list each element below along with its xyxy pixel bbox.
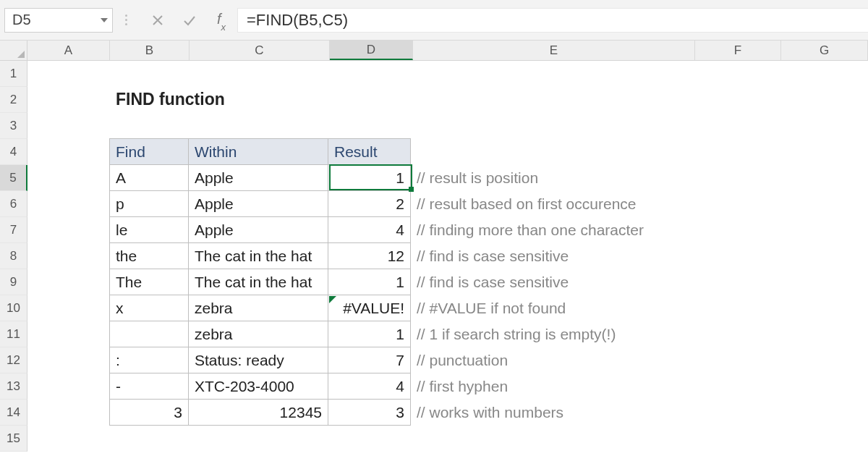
cell-result[interactable]: 12 xyxy=(328,242,411,269)
cell-G[interactable] xyxy=(779,321,868,347)
spreadsheet-grid[interactable]: 12FIND function34FindWithinResult5AApple… xyxy=(0,61,868,452)
cell-F[interactable] xyxy=(695,87,781,113)
row-header-8[interactable]: 8 xyxy=(0,243,27,269)
cell-G[interactable] xyxy=(779,400,868,426)
cell-A[interactable] xyxy=(27,113,110,139)
row-header-5[interactable]: 5 xyxy=(0,165,27,191)
cell-within[interactable]: The cat in the hat xyxy=(188,269,328,295)
cell-D[interactable] xyxy=(330,113,413,139)
cell-G[interactable] xyxy=(779,295,868,321)
cell-within[interactable]: Apple xyxy=(188,216,328,243)
cell-F[interactable] xyxy=(693,243,779,269)
cell-A[interactable] xyxy=(27,295,110,321)
cell-find[interactable] xyxy=(109,321,189,347)
formula-input[interactable]: =FIND(B5,C5) xyxy=(237,8,868,33)
cell-B[interactable] xyxy=(110,113,190,139)
cell-C[interactable] xyxy=(190,61,330,87)
cell-result[interactable]: 1 xyxy=(328,321,411,347)
cell-A[interactable] xyxy=(27,165,110,191)
cell-note[interactable]: // #VALUE if not found xyxy=(411,295,693,321)
col-header-C[interactable]: C xyxy=(190,41,330,60)
row-header-13[interactable]: 13 xyxy=(0,373,27,400)
cell-G[interactable] xyxy=(779,165,868,191)
cell-result[interactable]: 4 xyxy=(328,216,411,243)
row-header-1[interactable]: 1 xyxy=(0,61,27,87)
insert-function-button[interactable]: fx xyxy=(205,8,237,33)
cell-F[interactable] xyxy=(695,61,781,87)
cell-result[interactable]: 3 xyxy=(328,399,411,426)
cell-B[interactable] xyxy=(110,426,190,452)
select-all-corner[interactable] xyxy=(0,41,27,60)
cell-F[interactable] xyxy=(695,426,781,452)
cell-G[interactable] xyxy=(781,113,868,139)
cell-note[interactable]: // result is position xyxy=(411,165,693,191)
header-result[interactable]: Result xyxy=(328,138,411,165)
cell-F[interactable] xyxy=(693,269,779,295)
cell-note[interactable]: // find is case sensitive xyxy=(411,269,693,295)
cell-G[interactable] xyxy=(779,373,868,400)
cell-F[interactable] xyxy=(693,295,779,321)
cell-A[interactable] xyxy=(27,139,110,165)
cell-result[interactable]: 7 xyxy=(328,347,411,373)
cell-within[interactable]: XTC-203-4000 xyxy=(188,373,328,400)
cell-find[interactable]: le xyxy=(109,216,189,243)
col-header-F[interactable]: F xyxy=(695,41,781,60)
col-header-A[interactable]: A xyxy=(27,41,110,60)
cell-E[interactable] xyxy=(413,426,695,452)
cell-within[interactable]: Apple xyxy=(188,190,328,217)
cell-F[interactable] xyxy=(693,191,779,217)
cell-result[interactable]: 1 xyxy=(328,269,411,295)
cell-F[interactable] xyxy=(693,217,779,243)
cell-find[interactable]: p xyxy=(109,190,189,217)
cell-G[interactable] xyxy=(779,347,868,373)
cell-note[interactable]: // find is case sensitive xyxy=(411,243,693,269)
cell-G[interactable] xyxy=(779,217,868,243)
title-cell[interactable]: FIND function xyxy=(110,87,190,113)
col-header-E[interactable]: E xyxy=(413,41,695,60)
cell-F[interactable] xyxy=(693,373,779,400)
chevron-down-icon[interactable] xyxy=(101,18,108,22)
cell-A[interactable] xyxy=(27,217,110,243)
cell-result[interactable]: 2 xyxy=(328,190,411,217)
row-header-7[interactable]: 7 xyxy=(0,217,27,243)
row-header-10[interactable]: 10 xyxy=(0,295,27,321)
cell-A[interactable] xyxy=(27,321,110,347)
cell-note[interactable]: // punctuation xyxy=(411,347,693,373)
col-header-B[interactable]: B xyxy=(110,41,190,60)
cell-A[interactable] xyxy=(27,426,110,452)
cell-F[interactable] xyxy=(693,400,779,426)
cell-A[interactable] xyxy=(27,87,110,113)
row-header-14[interactable]: 14 xyxy=(0,400,27,426)
cell-D[interactable] xyxy=(330,61,413,87)
cell-result[interactable]: #VALUE! xyxy=(328,295,411,321)
col-header-G[interactable]: G xyxy=(781,41,868,60)
cell-A[interactable] xyxy=(27,373,110,400)
cell-within[interactable]: 12345 xyxy=(188,399,328,426)
cell-C[interactable] xyxy=(190,426,330,452)
col-header-D[interactable]: D xyxy=(330,41,413,60)
row-header-3[interactable]: 3 xyxy=(0,113,27,139)
cell-find[interactable]: The xyxy=(109,269,189,295)
row-header-6[interactable]: 6 xyxy=(0,191,27,217)
cell-within[interactable]: The cat in the hat xyxy=(188,242,328,269)
cell-C[interactable] xyxy=(190,113,330,139)
cell-F[interactable] xyxy=(695,113,781,139)
header-find[interactable]: Find xyxy=(109,138,189,165)
cell-within[interactable]: zebra xyxy=(188,321,328,347)
cell-F[interactable] xyxy=(693,321,779,347)
cell-note[interactable]: // result based on first occurence xyxy=(411,191,693,217)
cancel-button[interactable] xyxy=(142,8,174,33)
cell-F[interactable] xyxy=(693,139,779,165)
cell-G[interactable] xyxy=(779,139,868,165)
cell-find[interactable]: 3 xyxy=(109,399,189,426)
cell-find[interactable]: the xyxy=(109,242,189,269)
cell-find[interactable]: : xyxy=(109,347,189,373)
cell-within[interactable]: zebra xyxy=(188,295,328,321)
cell-G[interactable] xyxy=(779,269,868,295)
row-header-2[interactable]: 2 xyxy=(0,87,27,113)
cell-find[interactable]: A xyxy=(109,164,189,191)
row-header-4[interactable]: 4 xyxy=(0,139,27,165)
cell-A[interactable] xyxy=(27,61,110,87)
cell-F[interactable] xyxy=(693,347,779,373)
cell-E[interactable] xyxy=(413,61,695,87)
